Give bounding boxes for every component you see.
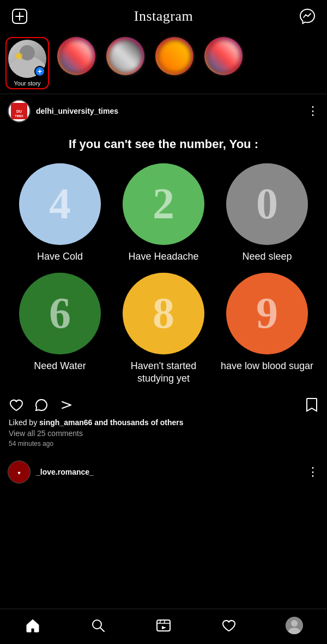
circle-item-studying: 8 Haven't started studying yet [114,273,213,385]
app-title: Instagram [134,8,193,24]
circles-grid: 4 Have Cold 2 Have Headache 0 Need sleep… [5,163,322,385]
circle-item-sleep: 0 Need sleep [218,163,316,263]
top-bar: Instagram [0,0,327,33]
circle-item-water: 6 Need Water [11,273,109,385]
story-ring-3 [106,37,144,75]
circle-sleep: 0 [226,163,308,245]
next-post-options-button[interactable]: ⋮ [307,465,319,479]
circle-label-blood-sugar: have low blood sugar [221,360,313,372]
post-info: Liked by singh_aman66 and thousands of o… [0,416,327,453]
svg-line-15 [101,628,105,632]
post-author-section[interactable]: DU TIMES delhi_university_times [8,100,118,122]
nav-search-button[interactable] [87,615,109,636]
circle-item-cold: 4 Have Cold [11,163,109,263]
circle-label-sleep: Need sleep [242,250,292,263]
svg-text:DU: DU [16,109,22,113]
next-post-header: ♥ _love.romance_ ⋮ [0,455,327,489]
story-item-5[interactable] [202,37,245,89]
circle-cold: 4 [19,163,101,245]
story-ring-2 [57,37,95,75]
story-avatar-3 [108,39,143,74]
svg-point-22 [291,620,298,627]
circle-label-studying: Haven't started studying yet [114,360,213,385]
circle-studying: 8 [123,273,204,354]
svg-text:♥: ♥ [17,470,21,476]
liked-by-user: singh_aman66 [39,418,92,427]
svg-line-11 [62,405,71,408]
svg-point-5 [16,53,22,59]
next-post-author-section[interactable]: ♥ _love.romance_ [8,461,94,483]
next-author-avatar: ♥ [8,461,31,483]
save-button[interactable] [305,397,318,413]
author-avatar-inner: DU TIMES [9,101,29,121]
your-story-label: Your story [14,80,40,87]
next-post-author-name: _love.romance_ [36,468,94,476]
post-title: If you can't see the number, You : [5,137,322,152]
post-time: 54 minutes ago [9,440,318,447]
circle-item-headache: 2 Have Headache [114,163,213,263]
story-avatar-2 [59,39,94,74]
story-label-2 [75,77,77,84]
post-options-button[interactable]: ⋮ [307,104,319,118]
nav-home-button[interactable] [22,615,44,636]
story-label-5 [222,77,224,84]
story-ring-4 [155,37,193,75]
circle-label-headache: Have Headache [128,250,198,263]
post-actions-left [9,397,74,413]
add-story-badge: + [34,66,45,77]
post-header: DU TIMES delhi_university_times ⋮ [0,94,327,128]
view-comments-button[interactable]: View all 25 comments [9,429,318,438]
bottom-nav [0,609,327,644]
nav-heart-button[interactable] [218,615,240,636]
post-author-avatar: DU TIMES [8,100,31,122]
nav-reels-button[interactable] [153,615,174,636]
story-avatar-5 [206,39,241,74]
svg-point-4 [20,45,35,60]
share-button[interactable] [59,397,74,413]
svg-marker-20 [162,626,166,629]
nav-profile-button[interactable] [283,615,305,636]
comment-button[interactable] [34,397,49,413]
circle-water: 6 [19,273,101,354]
circle-label-water: Need Water [34,360,86,372]
circle-blood-sugar: 9 [226,273,308,354]
liked-by-connector: and [92,418,110,427]
messenger-button[interactable] [298,7,317,26]
post-author-name: delhi_university_times [36,107,118,115]
svg-rect-16 [157,620,170,631]
circle-headache: 2 [123,163,204,245]
stories-row: + Your story [0,33,327,94]
post-content: If you can't see the number, You : 4 Hav… [0,128,327,391]
story-item-3[interactable] [104,37,147,89]
circle-label-cold: Have Cold [37,250,83,263]
liked-by-others: thousands of others [110,418,184,427]
story-item-2[interactable] [55,37,98,89]
story-label-4 [173,77,175,84]
svg-point-14 [93,620,101,629]
your-story-item[interactable]: + Your story [5,37,49,89]
nav-profile-avatar [286,617,303,634]
story-ring-5 [204,37,243,75]
story-item-4[interactable] [153,37,196,89]
liked-by: Liked by singh_aman66 and thousands of o… [9,418,318,427]
svg-text:TIMES: TIMES [15,114,23,118]
add-post-button[interactable] [10,7,29,26]
story-label-3 [124,77,126,84]
story-avatar-4 [157,39,192,74]
post-actions [0,391,327,416]
your-story-avatar-wrap: + [8,40,46,78]
svg-line-10 [62,402,71,405]
like-button[interactable] [9,397,24,413]
circle-item-blood-sugar: 9 have low blood sugar [218,273,316,385]
